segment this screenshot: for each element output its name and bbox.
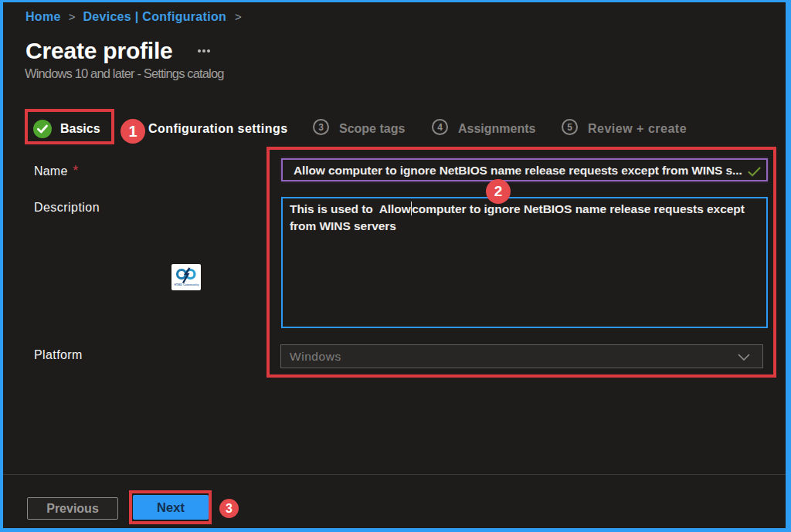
svg-text:HTMD Community: HTMD Community — [174, 283, 199, 286]
